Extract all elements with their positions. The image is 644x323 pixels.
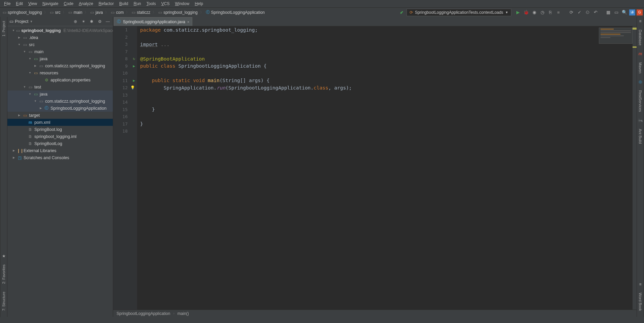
chevron-down-icon[interactable]: ▼: [30, 20, 33, 23]
gutter-line[interactable]: 14: [113, 99, 137, 106]
tree-scratch[interactable]: ▶◳Scratches and Consoles: [7, 154, 113, 161]
run-config-selector[interactable]: ⟳ SpringbootLoggingApplicationTests.cont…: [407, 9, 511, 16]
gutter-line[interactable]: 3: [113, 41, 137, 48]
gutter-line[interactable]: 8↻: [113, 55, 137, 63]
crumb-com[interactable]: ▭com: [109, 10, 125, 15]
gutter-line[interactable]: 13: [113, 92, 137, 99]
crumb-staticzz[interactable]: ▭staticzz: [130, 10, 152, 15]
menu-vcs[interactable]: VCS: [159, 1, 172, 7]
tree-pkg[interactable]: ▶▭com.staticzz.springboot_logging: [7, 62, 113, 69]
tree-src[interactable]: ▼▭src: [7, 41, 113, 48]
stripe-rest[interactable]: RestServices: [638, 88, 642, 114]
menu-analyze[interactable]: Analyze: [77, 1, 95, 7]
expand-icon[interactable]: ✶: [80, 19, 87, 24]
menu-tools[interactable]: Tools: [144, 1, 158, 7]
locate-icon[interactable]: ⊕: [72, 19, 78, 24]
structure-icon[interactable]: ▦: [605, 9, 612, 16]
tree-root[interactable]: ▼▭springboot_loggingE:\IntelliJ-IDEA\Wor…: [7, 27, 113, 34]
crumb-main[interactable]: ▭main: [67, 10, 84, 15]
star-icon[interactable]: ★: [2, 254, 6, 258]
menu-view[interactable]: View: [26, 1, 39, 7]
stripe-project[interactable]: 1: Project: [2, 19, 6, 38]
tree-extlib[interactable]: ▶❙❙External Libraries: [7, 147, 113, 154]
run-icon[interactable]: ▶: [515, 9, 521, 16]
code[interactable]: package com.staticzz.springboot_logging;…: [137, 26, 637, 310]
tree-appprops[interactable]: ⚙application.properties: [7, 76, 113, 83]
gutter-line[interactable]: 11▶: [113, 77, 137, 84]
menu-refactor[interactable]: Refactor: [97, 1, 116, 7]
crumb-springboot_logging[interactable]: ▭springboot_logging: [1, 10, 43, 15]
tree-log1[interactable]: 🗎SpringBoot.log: [7, 126, 113, 133]
rest-icon[interactable]: ◎: [639, 79, 642, 84]
crumb-method[interactable]: main(): [178, 311, 189, 316]
stripe-wordbook[interactable]: Word Book: [638, 291, 642, 313]
git-update-icon[interactable]: ⟳: [568, 9, 575, 16]
gutter-line[interactable]: 10: [113, 70, 137, 77]
coverage-icon[interactable]: ◉: [531, 9, 538, 16]
tree-appclass[interactable]: ▶ⒸSpringbootLoggingApplication: [7, 105, 113, 112]
tree-pom[interactable]: mpom.xml: [7, 119, 113, 126]
gear-icon[interactable]: ⚙: [97, 19, 103, 24]
menu-window[interactable]: Window: [173, 1, 191, 7]
stripe-maven[interactable]: Maven: [638, 60, 642, 75]
tree-resources[interactable]: ▼▭resources: [7, 69, 113, 76]
book-icon[interactable]: ≡: [639, 282, 641, 287]
project-tree[interactable]: ▼▭springboot_loggingE:\IntelliJ-IDEA\Wor…: [7, 26, 113, 317]
crumb-java[interactable]: ▭java: [89, 10, 104, 15]
git-revert-icon[interactable]: ↶: [592, 9, 599, 16]
collapse-icon[interactable]: ✱: [89, 19, 95, 24]
menu-help[interactable]: Help: [193, 1, 205, 7]
ant-icon[interactable]: 🐜: [638, 118, 643, 123]
menu-edit[interactable]: Edit: [14, 1, 25, 7]
profile-icon[interactable]: ◷: [539, 9, 546, 16]
minimap[interactable]: [599, 28, 633, 44]
menu-run[interactable]: Run: [132, 1, 143, 7]
gutter-line[interactable]: 17: [113, 120, 137, 128]
git-history-icon[interactable]: ⏲: [584, 9, 591, 16]
menu-navigate[interactable]: Navigate: [40, 1, 60, 7]
stripe-ant[interactable]: Ant Build: [638, 127, 642, 146]
crumb-src[interactable]: ▭src: [49, 10, 62, 15]
editor-tab[interactable]: Ⓒ SpringbootLoggingApplication.java ×: [114, 17, 192, 26]
editor-body[interactable]: 12378↻9▶1011▶12💡131415161718 package com…: [113, 26, 637, 310]
stripe-database[interactable]: Database: [638, 28, 642, 47]
crumb-class[interactable]: SpringbootLoggingApplication: [117, 311, 170, 316]
gutter-line[interactable]: 18: [113, 128, 137, 135]
hide-icon[interactable]: —: [105, 19, 111, 24]
search-icon[interactable]: 🔍: [621, 9, 628, 16]
menu-build[interactable]: Build: [117, 1, 130, 7]
tree-idea[interactable]: ▶▭.idea: [7, 34, 113, 41]
gutter-line[interactable]: 12💡: [113, 84, 137, 92]
stop-icon[interactable]: ■: [555, 9, 562, 16]
avatar-icon[interactable]: ▭: [613, 9, 620, 16]
tree-testjava[interactable]: ▼▭java: [7, 91, 113, 98]
tree-iml[interactable]: 🗎springboot_logging.iml: [7, 133, 113, 140]
stripe-favorites[interactable]: 2: Favorites: [2, 262, 6, 286]
plugin2-icon[interactable]: G: [637, 9, 643, 15]
tree-target[interactable]: ▶▭target: [7, 112, 113, 119]
attach-icon[interactable]: ⎘: [547, 9, 554, 16]
close-icon[interactable]: ×: [187, 20, 189, 24]
stripe-structure[interactable]: 7: Structure: [2, 290, 6, 313]
database-icon[interactable]: ≡: [639, 19, 641, 24]
debug-icon[interactable]: 🐞: [523, 9, 529, 16]
menu-code[interactable]: Code: [62, 1, 75, 7]
gutter-line[interactable]: 9▶: [113, 63, 137, 70]
gutter-line[interactable]: 7: [113, 48, 137, 56]
menu-file[interactable]: File: [2, 1, 12, 7]
gutter-line[interactable]: 15: [113, 106, 137, 113]
tree-java[interactable]: ▼▭java: [7, 55, 113, 62]
maven-icon[interactable]: m: [639, 51, 642, 56]
gutter-line[interactable]: 16: [113, 113, 137, 120]
git-commit-icon[interactable]: ✓: [576, 9, 583, 16]
tree-testpkg[interactable]: ▼▭com.staticzz.springboot_logging: [7, 98, 113, 105]
tree-main[interactable]: ▼▭main: [7, 48, 113, 55]
build-icon[interactable]: ⬋: [398, 9, 405, 16]
gutter-line[interactable]: 1: [113, 26, 137, 34]
crumb-springbootloggingapplication[interactable]: ⒸSpringbootLoggingApplication: [204, 9, 266, 15]
plugin1-icon[interactable]: 译: [629, 9, 635, 15]
tree-test[interactable]: ▼▭test: [7, 83, 113, 91]
crumb-springboot_logging[interactable]: ▭springboot_logging: [157, 10, 199, 15]
tree-log2[interactable]: 🗎SpringBootLog: [7, 140, 113, 147]
gutter-line[interactable]: 2: [113, 34, 137, 41]
